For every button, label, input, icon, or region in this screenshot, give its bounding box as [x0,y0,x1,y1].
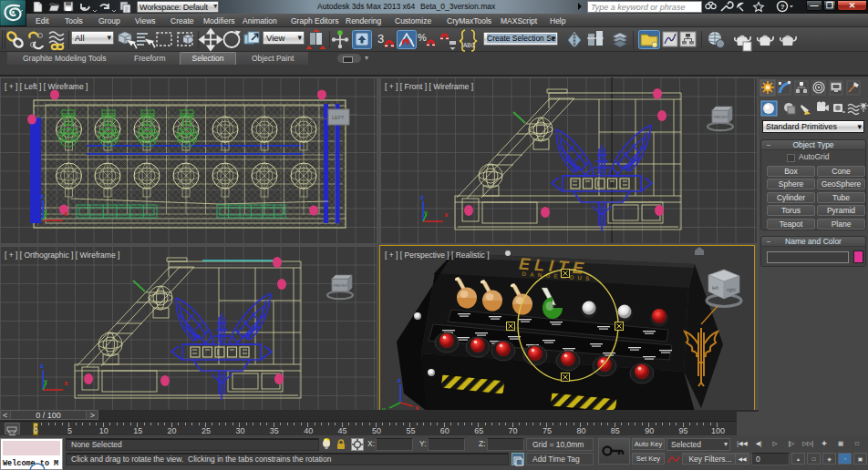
svg-text:FRONT: FRONT [714,115,728,119]
svg-text:y: y [44,378,47,385]
svg-text:z: z [40,192,44,200]
svg-text:z: z [40,362,44,370]
svg-text:%: % [418,32,427,43]
svg-text:x: x [444,210,449,219]
svg-text:left: left [712,285,718,291]
svg-text:?: ? [780,3,785,11]
svg-text:FRONT: FRONT [334,283,347,288]
svg-text:3: 3 [377,32,384,46]
svg-text:x: x [64,209,68,218]
svg-text:right: right [727,287,736,292]
svg-text:x: x [415,404,419,410]
svg-text:ABC: ABC [463,42,476,48]
svg-text:z: z [420,193,424,201]
svg-text:x: x [64,379,68,387]
svg-text:y: y [424,209,428,217]
svg-text:z: z [398,376,401,384]
svg-text:LEFT: LEFT [332,115,345,120]
svg-text:y: y [44,209,47,216]
